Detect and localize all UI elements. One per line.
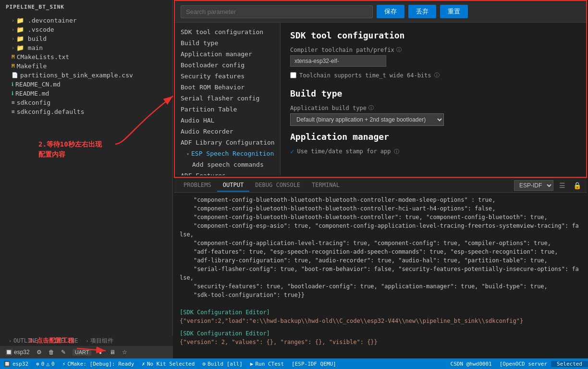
nav-application-manager[interactable]: Application manager (175, 49, 280, 60)
sdk-config-header-2: [SDK Configuration Editor] (180, 329, 581, 338)
status-csdn[interactable]: CSDN @hwd0001 (447, 361, 496, 367)
info-icon-stamp[interactable]: ⓘ (394, 148, 399, 155)
nav-sdk-tool-config[interactable]: SDK tool configuration (175, 26, 280, 37)
nav-build-type[interactable]: Build type (175, 37, 280, 49)
tab-debug-console[interactable]: DEBUG CONSOLE (249, 179, 306, 192)
terminal-lock-icon[interactable]: 🔒 (571, 182, 583, 189)
sdk-config-header-1: [SDK Configuration Editor] (180, 308, 581, 317)
config-panel: 保存 丢弃 重置 SDK tool configuration Build ty… (174, 0, 587, 178)
sidebar-item-partitions[interactable]: 📄partitions_bt_sink_example.csv (0, 71, 172, 80)
nav-audio-recorder[interactable]: Audio Recorder (175, 126, 280, 137)
sidebar-item-makefile[interactable]: MMakefile (0, 62, 172, 71)
file-sdk-icon: ≡ (12, 99, 15, 106)
download-button[interactable]: ⬇ (96, 348, 105, 357)
build-type-select[interactable]: Default (binary application + 2nd stage … (290, 113, 444, 126)
status-esp32-label: esp32 (12, 361, 28, 367)
info-icon-build[interactable]: ⓘ (368, 104, 374, 111)
nav-audio-hal[interactable]: Audio HAL (175, 115, 280, 126)
status-bar: 🔲 esp32 ⊗ 0 △ 0 ⚡ CMake: [Debug]: Ready … (0, 358, 588, 369)
file-md-icon: ℹ (12, 90, 13, 97)
file-csv-icon: 📄 (12, 72, 18, 78)
warning-icon: △ (46, 361, 49, 367)
nav-partition-table[interactable]: Partition Table (175, 104, 280, 115)
tab-terminal[interactable]: TERMINAL (306, 179, 345, 192)
output-line-4: "component-config-esp-asio": true, "comp… (180, 221, 581, 239)
discard-button[interactable]: 丢弃 (408, 5, 436, 18)
gear-button[interactable]: ⚙ (34, 348, 44, 357)
delete-button[interactable]: 🗑 (46, 348, 57, 357)
sidebar-item-sdkconfig-defaults[interactable]: ≡sdkconfig.defaults (0, 107, 172, 116)
error-count: 0 (41, 361, 45, 367)
info-icon-toolchain[interactable]: ⓘ (434, 72, 440, 79)
terminal-output[interactable]: "component-config-bluetooth-bluetooth-bl… (174, 193, 587, 346)
nav-add-speech[interactable]: Add speech commands (175, 159, 280, 170)
nav-serial-flasher[interactable]: Serial flasher config (175, 93, 280, 104)
nav-esp-speech[interactable]: ▾ESP Speech Recognition (175, 148, 280, 159)
edit-button[interactable]: ✎ (59, 348, 68, 357)
sidebar-item-vscode[interactable]: › 📁 .vscode (0, 25, 172, 34)
tab-problems[interactable]: PROBLEMS (178, 179, 217, 192)
file-md-icon: ℹ (12, 81, 13, 87)
config-content: SDK tool configuration Compiler toolchai… (281, 23, 586, 175)
toolchain-checkbox[interactable] (290, 72, 296, 78)
sidebar-item-readme-cn[interactable]: ℹREADME_CN.md (0, 80, 172, 89)
annotation-2: 1.点击配置工程 (29, 336, 74, 345)
status-right: CSDN @hwd0001 [OpenOCD server Selected (447, 361, 588, 367)
status-cmake[interactable]: ⚡ CMake: [Debug]: Ready (59, 358, 138, 369)
sidebar-item-main[interactable]: › 📁 main (0, 43, 172, 52)
nav-adf-library[interactable]: ADF Library Configuration (175, 137, 280, 148)
status-build[interactable]: ⚙ Build [all] (198, 358, 246, 369)
warning-count: 0 (51, 361, 55, 367)
download-icon: ⬇ (98, 349, 103, 356)
reset-button[interactable]: 重置 (440, 5, 468, 18)
toolchain-row: Toolchain supports time_t wide 64-bits ⓘ (290, 72, 576, 79)
file-m-icon: M (12, 63, 15, 69)
chip-icon: 🔲 (5, 349, 12, 356)
status-run-ctest[interactable]: ▶ Run CTest (246, 358, 288, 369)
cmake-icon: ⚡ (62, 361, 66, 367)
compiler-input[interactable] (290, 55, 386, 67)
esp-idf-qemu-label: [ESP-IDF QEMU] (292, 361, 336, 367)
nav-adf-features[interactable]: ADF Features (175, 170, 280, 175)
folder-icon: 📁 (16, 35, 24, 42)
sdk-config-line-2: {"version": 2, "values": {}, "ranges": {… (180, 338, 581, 346)
nav-boot-rom[interactable]: Boot ROM Behavior (175, 82, 280, 93)
sidebar-item-cmakelists[interactable]: MCMakeLists.txt (0, 52, 172, 62)
chip-label-btn[interactable]: 🔲 esp32 (3, 348, 32, 357)
terminal-list-icon[interactable]: ☰ (557, 182, 567, 189)
tab-output[interactable]: OUTPUT (217, 179, 249, 192)
star-button[interactable]: ☆ (120, 348, 130, 357)
status-openocd[interactable]: [OpenOCD server (496, 361, 551, 367)
sidebar-item-sdkconfig[interactable]: ≡sdkconfig (0, 98, 172, 107)
output-line-5: "component-config-application-level-trac… (180, 239, 581, 247)
status-esp32[interactable]: 🔲 esp32 (0, 358, 32, 369)
nav-security-features[interactable]: Security features (175, 71, 280, 82)
terminal-toolbar: ESP-IDF ☰ 🔒 (514, 180, 583, 191)
uart-button[interactable]: UART (70, 348, 94, 357)
status-esp-idf-qemu[interactable]: [ESP-IDF QEMU] (288, 358, 340, 369)
file-sdk-icon: ≡ (12, 109, 15, 115)
info-icon-compiler[interactable]: ⓘ (396, 46, 402, 53)
sidebar-item-devcontainer[interactable]: › 📁 .devcontainer (0, 16, 172, 25)
chip-label: esp32 (14, 349, 30, 356)
app-manager-title: Application manager (290, 132, 576, 142)
nav-bootloader-config[interactable]: Bootloader config (175, 60, 280, 71)
no-kit-label: No Kit Selected (147, 361, 195, 367)
screen-button[interactable]: 🖥 (107, 348, 118, 357)
openocd-label: [OpenOCD server (500, 361, 547, 367)
output-source-select[interactable]: ESP-IDF (514, 180, 553, 191)
config-nav: SDK tool configuration Build type Applic… (175, 23, 281, 175)
checkmark-icon: ✓ (290, 148, 294, 155)
sidebar-item-build[interactable]: › 📁 build (0, 34, 172, 43)
screen-icon: 🖥 (110, 349, 115, 356)
status-errors[interactable]: ⊗ 0 △ 0 (32, 358, 59, 369)
output-line-10: "sdk-tool-configuration": true}} (180, 291, 581, 299)
components-section[interactable]: › 项目组件 (83, 337, 116, 345)
save-button[interactable]: 保存 (377, 5, 404, 18)
sidebar-item-readme[interactable]: ℹREADME.md (0, 89, 172, 98)
error-icon: ⊗ (36, 361, 39, 367)
action-bar: 🔲 esp32 ⚙ 🗑 ✎ UART ⬇ 🖥 ☆ (0, 346, 173, 358)
search-input[interactable] (181, 5, 373, 18)
toolchain-label: Toolchain supports time_t wide 64-bits (299, 72, 431, 79)
status-no-kit[interactable]: ✗ No Kit Selected (138, 358, 198, 369)
